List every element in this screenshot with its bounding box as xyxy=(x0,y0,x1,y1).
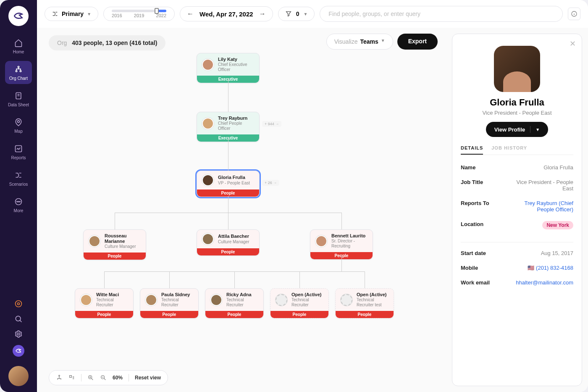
visualize-selector[interactable]: Visualize Teams ▼ xyxy=(326,34,393,50)
tab-details[interactable]: DETAILS xyxy=(461,145,483,155)
org-node[interactable]: Open (Active) Technical Recruiter test P… xyxy=(335,288,394,318)
next-day-icon[interactable]: → xyxy=(259,10,266,18)
svg-point-10 xyxy=(18,201,19,202)
nav-datasheet[interactable]: Data Sheet xyxy=(5,87,32,110)
node-name: Open (Active) xyxy=(291,292,323,297)
home-icon xyxy=(13,38,24,48)
nav-map[interactable]: Map xyxy=(5,114,32,137)
nav-home[interactable]: Home xyxy=(5,34,32,58)
node-name: Paula Sidney xyxy=(161,292,193,297)
close-icon[interactable]: ✕ xyxy=(570,39,576,48)
svg-line-23 xyxy=(91,378,93,380)
org-node[interactable]: Rousseau Marianne Culture Manager People xyxy=(83,229,146,260)
detail-mobile[interactable]: 🇺🇸 (201) 832-4168 xyxy=(528,265,573,271)
info-button[interactable] xyxy=(568,8,580,20)
node-title: Culture Manager xyxy=(218,239,249,245)
node-title: Culture Manager xyxy=(105,244,141,249)
node-title: Technical Recruiter xyxy=(96,297,128,308)
view-profile-button[interactable]: View Profile ▼ xyxy=(486,122,548,137)
org-stats: Org 403 people, 13 open (416 total) xyxy=(49,35,165,50)
canvas-area: Org 403 people, 13 open (416 total) Visu… xyxy=(37,28,588,392)
org-node[interactable]: Witte Maci Technical Recruiter People xyxy=(75,288,134,318)
nav-more[interactable]: More xyxy=(5,193,32,216)
detail-email[interactable]: hhalter@mailinator.com xyxy=(516,279,573,286)
nav-home-label: Home xyxy=(13,50,24,54)
person-avatar xyxy=(145,294,157,306)
zoom-out-icon[interactable] xyxy=(100,374,107,381)
person-avatar xyxy=(202,233,214,245)
svg-point-14 xyxy=(16,316,21,321)
activity-icon[interactable] xyxy=(14,300,23,308)
document-icon xyxy=(13,91,24,101)
export-button[interactable]: Export xyxy=(397,34,438,50)
view-toolbar: 60% Reset view xyxy=(49,370,168,385)
timeline-thumb[interactable] xyxy=(155,8,159,14)
org-node[interactable]: Open (Active) Technical Recruiter People xyxy=(270,288,329,318)
collapse-icon[interactable] xyxy=(68,374,75,381)
svg-line-15 xyxy=(20,320,21,322)
nav-scenarios[interactable]: Scenarios xyxy=(5,167,32,190)
profile-name: Gloria Frulla xyxy=(461,97,573,108)
node-dept: People xyxy=(336,311,394,318)
detail-reports-to[interactable]: Trey Rayburn (Chief People Officer) xyxy=(506,200,573,213)
map-pin-icon xyxy=(13,117,24,127)
org-node[interactable]: Paula Sidney Technical Recruiter People xyxy=(140,288,199,318)
org-chart-canvas[interactable]: Org 403 people, 13 open (416 total) Visu… xyxy=(37,28,446,392)
nav-map-label: Map xyxy=(14,129,22,134)
timeline-scrubber[interactable]: 2016 2019 2022 xyxy=(103,7,175,21)
app-logo[interactable] xyxy=(8,6,29,26)
nav-more-label: More xyxy=(14,208,24,213)
org-node[interactable]: Gloria Frulla VP - People East People xyxy=(197,171,260,197)
expand-badge[interactable]: + 26 → xyxy=(262,180,279,186)
date-selector[interactable]: ← Wed, Apr 27, 2022 → xyxy=(180,6,273,21)
prev-day-icon[interactable]: ← xyxy=(187,10,194,18)
node-name: Ricky Adna xyxy=(226,292,258,297)
tab-job-history[interactable]: JOB HISTORY xyxy=(491,145,527,155)
more-icon xyxy=(13,197,24,207)
search-icon[interactable] xyxy=(14,315,23,323)
node-dept: People xyxy=(84,253,146,260)
expand-badge[interactable]: + 944 → xyxy=(262,121,281,127)
nav-orgchart-label: Org Chart xyxy=(9,76,28,81)
svg-point-2 xyxy=(20,71,21,72)
detail-location[interactable]: New York xyxy=(542,221,573,229)
nav-reports[interactable]: Reports xyxy=(5,140,32,163)
person-avatar xyxy=(80,294,92,306)
org-node[interactable]: Attila Baecher Culture Manager People xyxy=(197,229,260,256)
settings-icon[interactable] xyxy=(14,330,23,338)
node-name: Witte Maci xyxy=(96,292,128,297)
topbar: Primary ▼ 2016 2019 2022 ← Wed, Apr 27, … xyxy=(37,0,588,28)
zoom-in-icon[interactable] xyxy=(87,374,94,381)
nav-reports-label: Reports xyxy=(11,155,26,160)
search-input[interactable] xyxy=(320,6,563,22)
user-avatar[interactable] xyxy=(8,366,29,386)
info-icon xyxy=(571,11,578,17)
sidebar: Home Org Chart Data Sheet Map Reports Sc… xyxy=(0,0,37,392)
fit-tree-icon[interactable] xyxy=(56,374,63,381)
chart-icon xyxy=(13,144,24,154)
current-date: Wed, Apr 27, 2022 xyxy=(200,11,253,18)
filter-button[interactable]: 0 ▼ xyxy=(278,7,315,21)
filter-icon xyxy=(285,11,292,17)
org-node[interactable]: Ricky Adna Technical Recruiter People xyxy=(205,288,264,318)
svg-point-1 xyxy=(16,71,17,72)
node-name: Attila Baecher xyxy=(218,234,249,239)
chevron-down-icon: ▼ xyxy=(381,38,385,45)
orgchart-icon xyxy=(13,64,24,74)
scenario-selector[interactable]: Primary ▼ xyxy=(45,7,98,21)
node-title: Chief Executive Officer xyxy=(218,62,254,72)
person-avatar xyxy=(210,294,222,306)
node-dept: People xyxy=(140,311,198,318)
node-dept: People xyxy=(197,248,259,255)
chevron-down-icon: ▼ xyxy=(87,12,91,16)
person-avatar xyxy=(202,174,214,186)
node-dept: People xyxy=(205,311,263,318)
node-title: Chief People Officer xyxy=(218,121,254,131)
nav-orgchart[interactable]: Org Chart xyxy=(5,61,32,84)
svg-point-6 xyxy=(18,121,20,123)
node-name: Bennett Laurito xyxy=(331,233,368,239)
node-dept: People xyxy=(75,311,133,318)
profile-tabs: DETAILS JOB HISTORY xyxy=(461,145,573,155)
brand-badge-icon[interactable] xyxy=(13,345,24,357)
reset-view-button[interactable]: Reset view xyxy=(135,375,161,381)
